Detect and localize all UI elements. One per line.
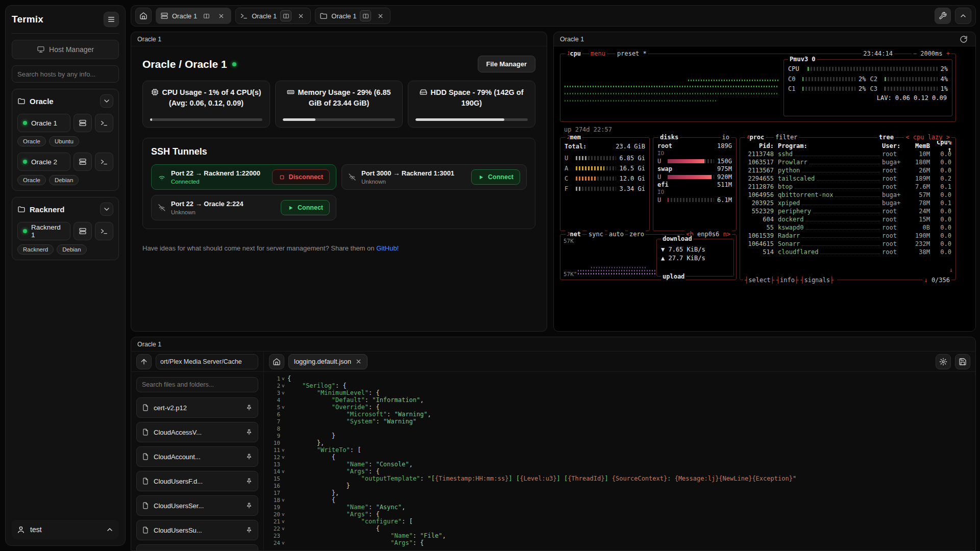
proc-row[interactable]: 2113748 sshd root 10M 0.0 [740,150,955,158]
host-item[interactable]: Oracle 2 [17,153,70,171]
tunnel-connect-button[interactable]: Connect [281,200,330,215]
file-manager-button[interactable]: File Manager [478,56,535,72]
proc-row[interactable]: 1061539 Radarr root 190M 0.0 [740,232,955,240]
editor-line[interactable]: 14 v "Args": { [266,468,975,475]
proc-row[interactable]: 604 dockerd root 15M 0.0 [740,215,955,223]
proc-filter-button[interactable]: filter [774,134,799,141]
proc-row[interactable]: 55 kswapd0 root 0B 0.0 [740,223,955,232]
host-terminal-button[interactable] [95,153,113,171]
editor-settings-button[interactable] [936,354,951,369]
editor-line[interactable]: 20 v "Args": { [266,511,975,518]
editor-line[interactable]: 8 [266,425,975,432]
proc-row[interactable]: 2112876 btop root 7.6M 0.1 [740,183,955,191]
close-tab-button[interactable] [295,10,306,21]
net-auto-button[interactable]: auto [607,231,625,238]
file-item[interactable]: CloudAccessV... [136,422,258,442]
proc-sort-mode[interactable]: < cpu lazy > [904,134,951,141]
split-view-button[interactable] [280,10,291,21]
pin-icon[interactable] [246,502,253,509]
btop-info-button[interactable]: info [776,277,798,284]
fold-icon[interactable]: v [280,512,287,517]
editor-line[interactable]: 9 } [266,432,975,439]
host-terminal-button[interactable] [95,114,113,132]
github-link[interactable]: GitHub! [376,244,399,252]
proc-row[interactable]: 2294655 tailscaled root 189M 0.2 [740,174,955,183]
pin-icon[interactable] [246,404,253,411]
split-view-button[interactable] [360,10,371,21]
editor-line[interactable]: 2 v "Serilog": { [266,382,975,389]
editor-line[interactable]: 4 "Default": "Information", [266,396,975,404]
up-directory-button[interactable] [136,354,152,369]
pin-icon[interactable] [246,453,253,460]
proc-row[interactable]: 2113567 python root 26M 0.0 [740,166,955,174]
sidebar-user[interactable]: test [12,520,119,539]
scroll-down-indicator[interactable] [949,266,953,273]
sidebar-menu-button[interactable] [104,12,119,27]
refresh-interval[interactable]: 2000ms [912,50,951,57]
fold-icon[interactable]: v [280,383,287,388]
fold-icon[interactable]: v [280,469,287,474]
host-sessions-button[interactable] [74,222,92,240]
proc-row[interactable]: 1064615 Sonarr root 232M 0.0 [740,240,955,248]
net-sync-button[interactable]: sync [587,231,605,238]
fold-icon[interactable]: v [280,497,287,503]
net-zero-button[interactable]: zero [628,231,646,238]
proc-row[interactable]: 514 cloudflared root 38M 0.0 [740,248,955,256]
editor-line[interactable]: 16 } [266,482,975,489]
editor-line[interactable]: 10 }, [266,439,975,446]
tab-folder-2[interactable]: Oracle 1 [315,8,390,24]
home-button[interactable] [135,8,152,24]
editor-line[interactable]: 21 v "configure": [ [266,518,975,525]
editor-line[interactable]: 24 v "Args": { [266,539,975,546]
pin-icon[interactable] [246,527,253,534]
fold-icon[interactable]: v [280,447,287,453]
host-manager-button[interactable]: Host Manager [12,40,119,59]
close-tab-button[interactable] [375,10,386,21]
folder-collapse-button[interactable] [100,94,113,108]
proc-row[interactable]: 552329 periphery root 24M 0.0 [740,207,955,215]
btop-preset-button[interactable]: preset * [616,50,648,57]
host-search-input[interactable] [12,65,119,83]
code-editor[interactable]: 1 v { 2 v "Serilog": { 3 v "MinimumLevel… [264,372,975,551]
file-item[interactable]: CloudAccount... [136,446,258,467]
fold-icon[interactable]: v [280,405,287,410]
tab-server-0[interactable]: Oracle 1 [156,8,231,24]
btop-terminal[interactable]: 1cpu menu preset * 23:44:14 2000ms Pmuv3… [560,51,963,290]
tunnel-connect-button[interactable]: Connect [471,169,520,185]
editor-line[interactable]: 12 v { [266,454,975,461]
editor-line[interactable]: 13 "Name": "Console", [266,461,975,468]
editor-line[interactable]: 6 "Microsoft": "Warning", [266,411,975,418]
editor-line[interactable]: 22 v { [266,525,975,532]
btop-signals-button[interactable]: signals [800,277,834,284]
fold-icon[interactable]: v [280,376,287,381]
split-view-button[interactable] [201,10,212,21]
close-file-button[interactable] [355,358,362,365]
open-file-tab[interactable]: logging.default.json [288,354,368,369]
interval-increase-icon[interactable] [943,50,950,57]
editor-line[interactable]: 15 "outputTemplate": "[{Timestamp:HH:mm:… [266,475,975,482]
editor-line[interactable]: 17 }, [266,489,975,496]
proc-tree-button[interactable]: tree [879,134,894,141]
pin-icon[interactable] [246,429,253,436]
editor-line[interactable]: 3 v "MinimumLevel": { [266,389,975,396]
editor-line[interactable]: 19 "Name": "Async", [266,504,975,511]
proc-table[interactable]: 2113748 sshd root 10M 0.0 1063517 Prowla… [740,150,955,256]
admin-tools-button[interactable] [935,8,951,24]
file-item[interactable]: CloudUsersSu... [136,520,258,540]
fold-icon[interactable]: v [280,519,287,524]
tunnel-disconnect-button[interactable]: Disconnect [272,169,330,185]
path-input[interactable] [156,354,258,369]
file-item[interactable]: cert-v2.p12 [136,397,258,418]
pin-icon[interactable] [246,478,253,485]
file-item[interactable]: CloudUsersSer... [136,495,258,516]
file-item[interactable]: CloudUsersF.d... [136,471,258,491]
fold-icon[interactable]: v [280,390,287,395]
file-item[interactable] [136,544,258,551]
refresh-button[interactable] [958,34,969,45]
scroll-up-indicator[interactable] [949,139,953,146]
btop-select-button[interactable]: select [745,277,774,284]
fold-icon[interactable]: v [280,526,287,531]
folder-collapse-button[interactable] [100,203,113,216]
proc-row[interactable]: 1063517 Prowlarr buga+ 180M 0.0 [740,158,955,166]
host-sessions-button[interactable] [74,114,92,132]
